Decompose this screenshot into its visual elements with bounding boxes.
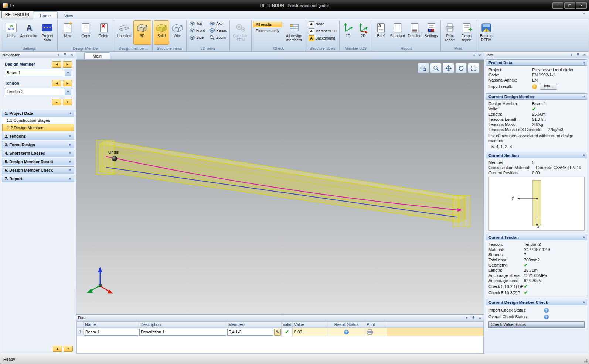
nav-section-report[interactable]: 7. Report » bbox=[2, 175, 74, 182]
back-to-rfem-button[interactable]: Back to RFEM bbox=[477, 20, 495, 45]
copy-button[interactable]: Copy bbox=[77, 20, 95, 45]
check-value-status-row[interactable]: Check Value Status bbox=[488, 321, 585, 328]
description-field[interactable] bbox=[139, 329, 226, 336]
members-1d-labels-button[interactable]: A Members 1D bbox=[307, 28, 338, 34]
pin-icon[interactable] bbox=[63, 53, 67, 57]
quick-access-dropdown-icon[interactable]: ▾ bbox=[13, 4, 14, 7]
report-settings-button[interactable]: Settings bbox=[423, 20, 439, 45]
column-header-result-status[interactable]: Result Status bbox=[328, 322, 365, 328]
column-header-name[interactable]: Name bbox=[84, 322, 139, 328]
solid-view-button[interactable]: Solid bbox=[154, 20, 169, 45]
nav-section-project-data[interactable]: 1. Project Data » bbox=[2, 110, 74, 117]
new-button[interactable]: + New bbox=[59, 20, 76, 45]
nav-item-construction-stages[interactable]: 1.1 Construction Stages bbox=[2, 117, 74, 124]
print-row-icon[interactable] bbox=[367, 329, 373, 335]
uncoiled-button[interactable]: Uncoiled bbox=[115, 20, 133, 45]
units-button[interactable]: kNMPa Units bbox=[2, 20, 20, 45]
view-front-button[interactable]: Front bbox=[188, 27, 206, 34]
column-header-members[interactable]: Members bbox=[227, 322, 282, 328]
lcs-1d-button[interactable]: 1D bbox=[341, 20, 355, 45]
application-menu-button[interactable]: RF-TENDON bbox=[1, 11, 33, 18]
chevron-down-icon[interactable]: ▼ bbox=[65, 88, 71, 95]
project-data-button[interactable]: ✶✶✶ Project data bbox=[38, 20, 56, 45]
node-labels-button[interactable]: A Node bbox=[307, 21, 338, 27]
minimize-button[interactable]: ─ bbox=[552, 2, 563, 9]
view-persp-button[interactable]: Persp. bbox=[208, 27, 228, 34]
nav-section-design-member-result[interactable]: 5. Design Member Result » bbox=[2, 158, 74, 165]
extremes-only-button[interactable]: Extremes only bbox=[253, 28, 282, 34]
column-header-value[interactable]: Value bbox=[293, 322, 328, 328]
design-member-combo[interactable]: ▼ bbox=[5, 69, 71, 76]
name-field[interactable] bbox=[84, 329, 138, 336]
standard-report-button[interactable]: Standard bbox=[389, 20, 406, 45]
nav-section-design-member-check[interactable]: 6. Design Member Check » bbox=[2, 166, 74, 174]
lcs-2d-button[interactable]: 2D bbox=[356, 20, 371, 45]
chevron-down-icon[interactable]: ▼ bbox=[65, 69, 71, 76]
zoom-extents-button[interactable] bbox=[468, 63, 479, 73]
application-settings-button[interactable]: A Application bbox=[20, 20, 38, 45]
zoom-button[interactable] bbox=[430, 63, 442, 73]
tendon-up-button[interactable]: ▲ bbox=[52, 99, 61, 105]
nav-section-force-design[interactable]: 3. Force Design » bbox=[2, 141, 74, 148]
pin-icon[interactable] bbox=[471, 316, 476, 320]
ribbon-collapse-icon[interactable]: ⌃ bbox=[583, 12, 586, 16]
info-section-header[interactable]: Current Section » bbox=[486, 152, 587, 158]
viewport-3d[interactable]: Origin bbox=[76, 60, 484, 314]
pin-icon[interactable] bbox=[576, 53, 580, 57]
tab-home[interactable]: Home bbox=[33, 11, 58, 19]
column-header-valid[interactable]: Valid bbox=[282, 322, 293, 328]
view-menu-icon[interactable]: ▾ bbox=[473, 53, 475, 57]
wire-view-button[interactable]: Wire bbox=[170, 20, 185, 45]
prev-design-member-button[interactable]: ◀ bbox=[52, 61, 61, 68]
next-tendon-button[interactable]: ▶ bbox=[63, 80, 72, 86]
panel-menu-icon[interactable]: ▾ bbox=[56, 53, 61, 57]
info-section-header[interactable]: Current Design Member Check » bbox=[486, 299, 587, 305]
close-icon[interactable]: ✕ bbox=[478, 316, 482, 320]
tab-main-view[interactable]: Main bbox=[84, 52, 110, 59]
close-icon[interactable]: ✕ bbox=[582, 53, 587, 57]
maximize-button[interactable]: ▢ bbox=[564, 2, 575, 9]
info-section-header[interactable]: Project Data » bbox=[486, 59, 587, 66]
panel-menu-icon[interactable]: ▾ bbox=[464, 316, 469, 320]
tendon-input[interactable] bbox=[5, 88, 65, 95]
column-header-print[interactable]: Print bbox=[365, 322, 387, 328]
column-header-description[interactable]: Description bbox=[139, 322, 227, 328]
design-member-input[interactable] bbox=[5, 69, 65, 76]
edit-members-button[interactable]: ✎ bbox=[274, 329, 281, 336]
zoom-window-button[interactable] bbox=[418, 63, 429, 73]
background-labels-button[interactable]: A Background bbox=[307, 35, 338, 41]
info-section-header[interactable]: Current Tendon » bbox=[486, 234, 587, 240]
view-close-icon[interactable]: ✕ bbox=[478, 53, 481, 57]
nav-section-tendons[interactable]: 2. Tendons » bbox=[2, 133, 74, 140]
tab-view[interactable]: View bbox=[58, 12, 80, 19]
import-info-button[interactable]: Info... bbox=[540, 83, 557, 90]
origin-marker[interactable] bbox=[112, 156, 117, 161]
all-design-members-button[interactable]: All design members bbox=[284, 20, 304, 45]
nav-item-design-members[interactable]: 1.2 Design Members bbox=[2, 124, 74, 131]
tendon-down-button[interactable]: ▼ bbox=[63, 99, 72, 105]
delete-button[interactable]: ✕ Delete bbox=[95, 20, 113, 45]
orbit-button[interactable] bbox=[455, 63, 467, 73]
nav-scroll-down-button[interactable]: ▼ bbox=[64, 346, 73, 352]
viewport-canvas[interactable] bbox=[76, 60, 484, 314]
pan-button[interactable] bbox=[443, 63, 454, 73]
tendon-combo[interactable]: ▼ bbox=[5, 88, 71, 95]
view-top-button[interactable]: Top bbox=[188, 20, 206, 27]
view-3d-button[interactable]: 3D bbox=[133, 20, 151, 45]
row-number[interactable]: 1 bbox=[77, 328, 84, 336]
brief-report-button[interactable]: A Brief bbox=[373, 20, 389, 45]
app-icon[interactable] bbox=[3, 3, 8, 8]
export-report-button[interactable]: ➔ Export report bbox=[459, 20, 475, 45]
view-side-button[interactable]: Side bbox=[188, 34, 206, 41]
girder-beam[interactable] bbox=[99, 141, 466, 222]
members-field[interactable] bbox=[227, 329, 273, 336]
close-button[interactable]: ✕ bbox=[576, 2, 587, 9]
view-axo-button[interactable]: Axo bbox=[208, 20, 228, 27]
result-status-icon[interactable]: ? bbox=[344, 330, 349, 334]
print-report-button[interactable]: Print report bbox=[442, 20, 458, 45]
all-results-button[interactable]: All results bbox=[253, 22, 282, 27]
panel-menu-icon[interactable]: ▾ bbox=[569, 53, 573, 57]
nav-section-short-term-losses[interactable]: 4. Short-term Losses » bbox=[2, 150, 74, 157]
nav-scroll-up-button[interactable]: ▲ bbox=[53, 346, 62, 352]
resize-grip[interactable] bbox=[583, 358, 588, 363]
